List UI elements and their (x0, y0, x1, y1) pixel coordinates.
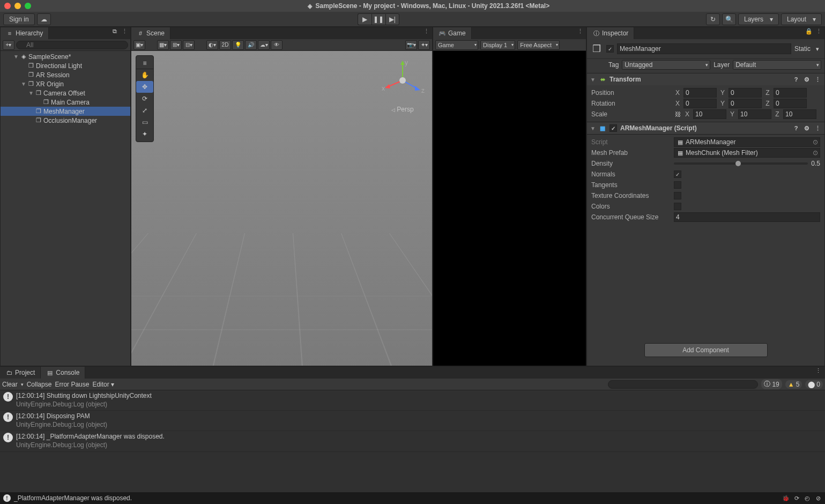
hierarchy-row[interactable]: ❒ AR Session (1, 70, 130, 79)
errorpause-toggle[interactable]: Error Pause (55, 381, 89, 388)
game-camera-dropdown[interactable]: Game (435, 40, 478, 50)
hierarchy-row[interactable]: ❒ MeshManager (1, 107, 130, 116)
scene-lighting-icon[interactable]: 💡 (232, 40, 244, 50)
static-dropdown-icon[interactable]: ▾ (814, 45, 821, 53)
orientation-gizmo[interactable]: y x z ◁ Persp (380, 57, 426, 113)
gameobject-enabled-checkbox[interactable]: ✓ (606, 45, 614, 53)
meshprefab-field[interactable]: ▦MeshChunk (Mesh Filter) (674, 148, 820, 158)
texcoords-checkbox[interactable] (674, 192, 681, 199)
layers-dropdown[interactable]: Layers▾ (738, 13, 779, 25)
status-disable-icon[interactable]: ⊘ (814, 494, 822, 502)
console-log-list[interactable]: ! [12:00:14] Shutting down LightshipUnit… (0, 390, 825, 492)
preset-icon[interactable]: ⚙ (803, 76, 811, 83)
cloud-icon[interactable]: ☁ (37, 13, 51, 25)
position-y-input[interactable] (729, 88, 762, 98)
step-button[interactable]: ▶| (385, 13, 399, 25)
scene-camera-icon[interactable]: 📷▾ (405, 40, 417, 50)
hierarchy-tree[interactable]: ▼ ◈ SampleScene* ❒ Directional Light ❒ A… (1, 51, 130, 366)
tab-game[interactable]: 🎮 Game (433, 27, 472, 39)
info-count-badge[interactable]: ⓘ19 (761, 379, 782, 389)
position-z-input[interactable] (774, 88, 807, 98)
scale-x-input[interactable] (693, 109, 726, 119)
component-enabled-checkbox[interactable]: ✓ (610, 124, 617, 132)
scene-fx-icon[interactable]: ☁▾ (258, 40, 270, 50)
hierarchy-search[interactable] (16, 41, 128, 49)
normals-checkbox[interactable]: ✓ (674, 171, 681, 178)
preset-icon[interactable]: ⚙ (803, 124, 811, 132)
component-menu-icon[interactable]: ⋮ (814, 76, 821, 83)
help-icon[interactable]: ? (792, 76, 800, 83)
panel-popout-icon[interactable]: ⧉ (111, 27, 118, 35)
snap-increment-button[interactable]: ⊞▾ (170, 40, 182, 50)
scale-link-icon[interactable]: ⛓ (674, 110, 681, 118)
panel-menu-icon[interactable]: ⋮ (576, 27, 584, 35)
hand-tool[interactable]: ✋ (136, 69, 153, 81)
game-viewport[interactable] (433, 51, 586, 366)
console-search[interactable] (608, 380, 758, 389)
scale-y-input[interactable] (738, 109, 771, 119)
density-slider[interactable] (674, 162, 808, 165)
foldout-icon[interactable]: ▼ (28, 90, 34, 96)
scale-tool[interactable]: ⤢ (136, 105, 153, 116)
hierarchy-row[interactable]: ❒ OcclusionManager (1, 116, 130, 125)
tag-dropdown[interactable]: Untagged (622, 60, 710, 70)
hierarchy-row[interactable]: ▼ ❒ Camera Offset (1, 88, 130, 98)
component-menu-icon[interactable]: ⋮ (814, 124, 821, 132)
rotation-x-input[interactable] (683, 99, 717, 108)
script-field[interactable]: ▦ARMeshManager (674, 137, 820, 147)
panel-menu-icon[interactable]: ⋮ (121, 27, 128, 35)
tangents-checkbox[interactable] (674, 181, 681, 189)
clear-button[interactable]: Clear (2, 381, 18, 388)
play-button[interactable]: ▶ (358, 13, 371, 25)
game-aspect-dropdown[interactable]: Free Aspect (517, 40, 560, 50)
help-icon[interactable]: ? (792, 124, 800, 132)
inspector-lock-icon[interactable]: 🔒 (805, 27, 813, 35)
panel-menu-icon[interactable]: ⋮ (814, 367, 822, 374)
foldout-icon[interactable]: ▼ (21, 81, 26, 87)
foldout-icon[interactable]: ▼ (13, 54, 19, 60)
shading-button[interactable]: ◐▾ (206, 40, 218, 50)
queue-input[interactable] (674, 212, 820, 222)
panel-menu-icon[interactable]: ⋮ (422, 27, 430, 35)
close-window-icon[interactable] (4, 3, 11, 9)
panel-menu-icon[interactable]: ⋮ (815, 27, 822, 35)
pause-button[interactable]: ❚❚ (371, 13, 385, 25)
signin-button[interactable]: Sign in (3, 13, 35, 25)
maximize-window-icon[interactable] (25, 3, 31, 9)
draw-mode-dropdown[interactable]: ▣▾ (133, 40, 145, 50)
rotation-z-input[interactable] (774, 99, 807, 108)
scene-visibility-icon[interactable]: 👁 (271, 40, 283, 50)
scene-audio-icon[interactable]: 🔊 (245, 40, 257, 50)
status-autosave-icon[interactable]: ◴ (804, 494, 811, 502)
game-display-dropdown[interactable]: Display 1 (480, 40, 515, 50)
position-x-input[interactable] (683, 88, 717, 98)
search-icon[interactable]: 🔍 (722, 13, 736, 25)
foldout-icon[interactable]: ▼ (590, 125, 596, 131)
rotation-y-input[interactable] (729, 99, 762, 108)
hierarchy-row[interactable]: ❒ Main Camera (1, 98, 130, 107)
snap-grid-button[interactable]: ⊟▾ (183, 40, 195, 50)
rotate-tool[interactable]: ⟳ (136, 93, 153, 105)
add-component-button[interactable]: Add Component (644, 343, 768, 357)
tab-inspector[interactable]: ⓘ Inspector (587, 27, 634, 39)
collapse-toggle[interactable]: Collapse (27, 381, 52, 388)
tab-console[interactable]: ▤ Console (41, 367, 85, 379)
editor-dropdown[interactable]: Editor ▾ (92, 381, 114, 388)
tab-scene[interactable]: # Scene (131, 27, 170, 39)
two-d-toggle[interactable]: 2D (219, 40, 231, 50)
minimize-window-icon[interactable] (14, 3, 21, 9)
layer-dropdown[interactable]: Default (733, 60, 821, 70)
hierarchy-row[interactable]: ▼ ❒ XR Origin (1, 79, 130, 88)
status-bug-icon[interactable]: 🐞 (782, 494, 790, 502)
gameobject-name-input[interactable] (617, 43, 791, 54)
move-tool[interactable]: ✥ (136, 81, 153, 93)
scale-z-input[interactable] (783, 109, 816, 119)
foldout-icon[interactable]: ▼ (590, 77, 596, 83)
scene-grid-button[interactable]: ▦▾ (157, 40, 169, 50)
rect-tool[interactable]: ▭ (136, 116, 153, 128)
status-activity-icon[interactable]: ⟳ (793, 494, 800, 502)
colors-checkbox[interactable] (674, 203, 681, 210)
layout-dropdown[interactable]: Layout▾ (781, 13, 822, 25)
tab-project[interactable]: 🗀 Project (0, 367, 41, 379)
hierarchy-create-button[interactable]: +▾ (3, 40, 14, 50)
